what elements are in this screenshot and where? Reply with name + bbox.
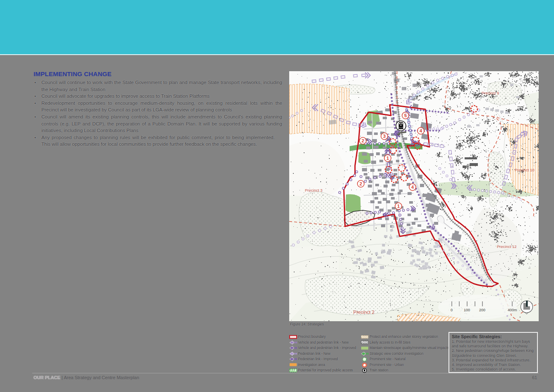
svg-text:400m: 400m xyxy=(508,308,517,312)
svg-text:0: 0 xyxy=(451,308,453,312)
svg-text:Precinct 3: Precinct 3 xyxy=(305,188,322,192)
svg-text:2: 2 xyxy=(360,181,362,186)
svg-text:Precinct 10: Precinct 10 xyxy=(515,168,535,172)
svg-text:3: 3 xyxy=(383,134,386,139)
svg-text:Precinct 2: Precinct 2 xyxy=(353,310,374,315)
svg-text:200: 200 xyxy=(479,308,485,312)
svg-text:Precinct 9: Precinct 9 xyxy=(482,91,499,95)
svg-text:100: 100 xyxy=(464,308,470,312)
svg-text:5: 5 xyxy=(404,113,407,118)
svg-text:2: 2 xyxy=(362,138,364,143)
svg-text:Precinct 12: Precinct 12 xyxy=(497,244,517,249)
svg-text:4: 4 xyxy=(411,185,414,190)
svg-text:1: 1 xyxy=(386,156,389,161)
svg-text:1: 1 xyxy=(397,204,400,209)
svg-text:4: 4 xyxy=(420,128,422,133)
